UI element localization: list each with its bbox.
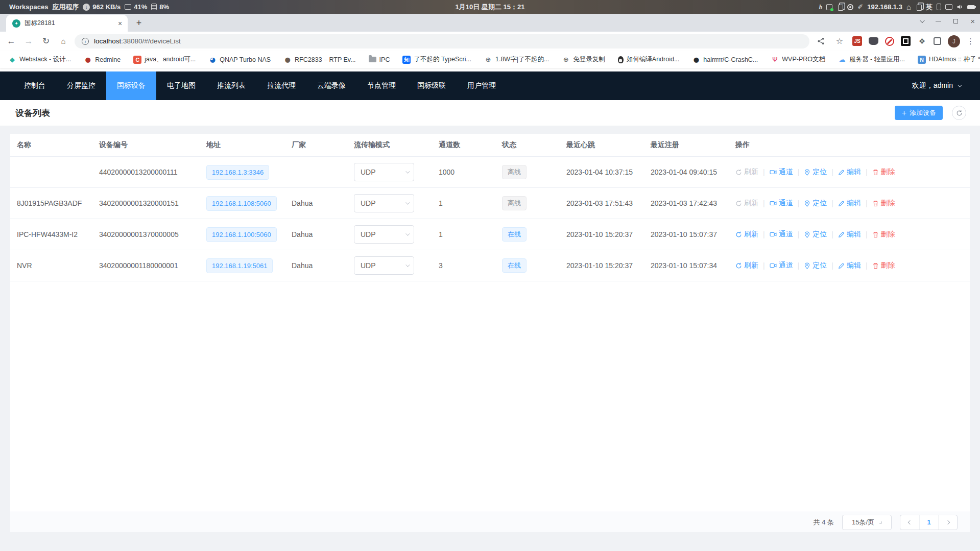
site-info-icon[interactable]: i [82, 38, 89, 45]
op-channel-button[interactable]: 通道 [770, 230, 793, 239]
battery-icon[interactable] [967, 5, 975, 9]
color-picker-icon[interactable]: ✐ [857, 3, 863, 11]
op-delete-button[interactable]: 删除 [872, 230, 895, 239]
nav-item-云端录像[interactable]: 云端录像 [306, 71, 356, 100]
display-icon[interactable] [945, 4, 952, 10]
extension-hat-icon[interactable] [869, 37, 878, 45]
op-locate-button[interactable]: 定位 [804, 261, 827, 270]
bookmark-item[interactable]: ●RFC2833 – RTP Ev... [283, 56, 356, 63]
window-close-button[interactable]: × [970, 17, 975, 25]
bookmark-label: 免登录复制 [573, 55, 605, 64]
op-delete-button[interactable]: 删除 [872, 167, 895, 177]
window-restore-button[interactable] [953, 19, 958, 23]
current-page[interactable]: 1 [919, 515, 938, 530]
stream-mode-select[interactable]: UDP [354, 194, 414, 212]
bookmark-item[interactable]: ●hairrrrr/C-CrashC... [692, 56, 758, 63]
coffee-icon[interactable] [847, 4, 853, 10]
op-locate-button[interactable]: 定位 [804, 167, 827, 177]
nav-item-国标级联[interactable]: 国标级联 [407, 71, 457, 100]
new-tab-button[interactable]: + [132, 16, 146, 30]
bookmark-item[interactable]: ●Redmine [84, 56, 121, 63]
extensions-puzzle-icon[interactable]: ❖ [917, 36, 927, 46]
prev-page-button[interactable] [900, 515, 919, 530]
nav-item-推流列表[interactable]: 推流列表 [206, 71, 256, 100]
nav-item-分屏监控[interactable]: 分屏监控 [56, 71, 106, 100]
address-bar[interactable]: i localhost:38080/#/deviceList [75, 34, 809, 49]
extension-frame-icon[interactable] [934, 37, 941, 45]
zhihu-badge-icon: 知 [402, 56, 411, 64]
op-locate-button[interactable]: 定位 [804, 199, 827, 208]
bookmark-item[interactable]: ◆Webstack - 设计... [8, 55, 71, 64]
nav-item-国标设备[interactable]: 国标设备 [106, 71, 156, 100]
phone-icon[interactable] [937, 4, 941, 10]
nav-item-控制台[interactable]: 控制台 [13, 71, 56, 100]
bookmark-item[interactable]: ☁服务器 - 轻量应用... [838, 55, 905, 64]
op-label: 编辑 [847, 199, 861, 208]
applications-menu[interactable]: 应用程序 [52, 3, 79, 12]
stream-mode-select[interactable]: UDP [354, 163, 414, 181]
operations: 刷新|通道|定位|编辑|删除 [735, 199, 970, 208]
screenshot-app-icon[interactable] [826, 4, 832, 10]
tray-ip-address[interactable]: 192.168.1.3 [867, 3, 902, 11]
user-menu[interactable]: 欢迎，admin [912, 81, 980, 90]
extension-qr-icon[interactable] [901, 36, 911, 46]
bookmark-item[interactable]: Cjava、android可... [133, 55, 196, 64]
copy-icon[interactable] [838, 5, 843, 11]
op-channel-button[interactable]: 通道 [770, 167, 793, 177]
volume-icon[interactable] [957, 4, 963, 10]
bookmark-item[interactable]: ⊕1.8W字|了不起的... [484, 55, 549, 64]
op-edit-button[interactable]: 编辑 [838, 167, 861, 177]
bookmark-item[interactable]: ◕QNAP Turbo NAS [208, 56, 271, 63]
tab-close-icon[interactable]: × [115, 19, 125, 28]
next-page-button[interactable] [938, 515, 957, 530]
op-delete-button[interactable]: 删除 [872, 199, 895, 208]
browser-chevron-down-icon[interactable] [920, 18, 925, 23]
op-edit-button[interactable]: 编辑 [838, 261, 861, 270]
add-device-button[interactable]: 添加设备 [895, 106, 943, 120]
op-refresh-button[interactable]: 刷新 [735, 261, 758, 270]
browser-home-button[interactable]: ⌂ [57, 35, 69, 47]
clock[interactable]: 1月10日 星期二 15：21 [456, 3, 525, 12]
extension-js-icon[interactable]: JS [852, 36, 862, 46]
bookmark-item[interactable]: ⊕免登录复制 [562, 55, 605, 64]
op-refresh-button[interactable]: 刷新 [735, 167, 758, 177]
stream-mode-select[interactable]: UDP [354, 225, 414, 244]
home-icon[interactable]: ⌂ [906, 3, 911, 11]
nav-item-用户管理[interactable]: 用户管理 [457, 71, 507, 100]
bookmark-item[interactable]: 知了不起的 TypeScri... [402, 55, 471, 64]
op-locate-button[interactable]: 定位 [804, 230, 827, 239]
op-channel-button[interactable]: 通道 [770, 199, 793, 208]
browser-profile-avatar[interactable]: J [948, 35, 960, 47]
page-size-select[interactable]: 15条/页 [842, 515, 892, 530]
forward-button[interactable]: → [22, 35, 35, 47]
stream-mode-select[interactable]: UDP [354, 256, 414, 275]
nav-item-节点管理[interactable]: 节点管理 [356, 71, 407, 100]
bookmark-item[interactable]: NHDAtmos :: 种子 *... [918, 55, 980, 64]
back-button[interactable]: ← [5, 35, 17, 47]
browser-tab[interactable]: ✦ 国标28181 × [6, 15, 128, 32]
share-icon[interactable] [815, 35, 827, 47]
refresh-list-button[interactable] [952, 106, 966, 120]
extension-blocker-icon[interactable] [885, 37, 894, 46]
op-refresh-button[interactable]: 刷新 [735, 230, 758, 239]
workspaces-switcher-icon[interactable] [917, 5, 922, 11]
reload-button[interactable]: ↻ [40, 35, 52, 47]
bookmark-item[interactable]: IPC [369, 56, 390, 63]
nav-item-拉流代理[interactable]: 拉流代理 [256, 71, 306, 100]
bing-icon[interactable]: b [819, 3, 823, 11]
browser-menu-icon[interactable]: ⋮ [967, 37, 975, 46]
op-edit-button[interactable]: 编辑 [838, 230, 861, 239]
op-channel-button[interactable]: 通道 [770, 261, 793, 270]
nav-item-电子地图[interactable]: 电子地图 [156, 71, 206, 100]
op-edit-button[interactable]: 编辑 [838, 199, 861, 208]
input-language-indicator[interactable]: 英 [926, 3, 933, 12]
workspaces-button[interactable]: Workspaces [9, 3, 48, 11]
bookmark-item[interactable]: ΨWVP-PRO文档 [771, 55, 825, 64]
url-text: localhost:38080/#/deviceList [94, 37, 181, 45]
window-minimize-button[interactable] [936, 21, 941, 21]
refresh-icon [956, 110, 963, 116]
bookmark-item[interactable]: 如何编译Android... [618, 55, 680, 64]
op-delete-button[interactable]: 删除 [872, 261, 895, 270]
op-refresh-button[interactable]: 刷新 [735, 199, 758, 208]
bookmark-star-icon[interactable]: ☆ [833, 35, 846, 47]
